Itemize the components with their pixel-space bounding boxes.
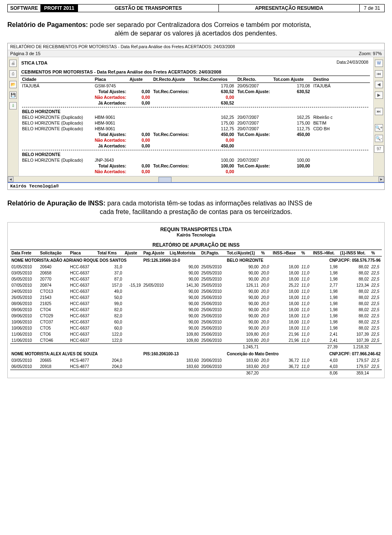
table-row: 06/05/201020918HCS-4877204,0183,6020/06/… xyxy=(10,363,382,370)
report-company: STICA LTDA xyxy=(20,59,48,67)
inss-company: REQUIN TRANSPORTES LTDA xyxy=(10,227,382,232)
table-row: 11/06/2010CTO6HCC-6637122,0109,8025/06/2… xyxy=(10,331,382,337)
doc-header: SOFTWARE PROFIT 2011 GESTÃO DE TRANSPORT… xyxy=(7,4,385,12)
table-row: 26/05/201021543HCC-663750,090,0025/06/20… xyxy=(10,294,382,301)
col-tot-ajuste: Tot.c/Ajuste(1) xyxy=(226,250,260,256)
nao-acertados-row: Não Acertados: 0,00 0,00 xyxy=(20,169,370,174)
col-ajuste: Ajuste xyxy=(123,250,142,256)
report-header-row: Cidade Placa Ajuste Dt.Recto.Ajuste Tot.… xyxy=(20,76,370,83)
section-pagamentos-sub: além de separar os valores já acertados … xyxy=(7,30,385,37)
col-inss-base: INSS->Base xyxy=(272,250,300,256)
col-dt-recto-ajuste: Dt.Recto.Ajuste xyxy=(151,76,192,83)
hdr-gestao: GESTÃO DE TRANSPORTES xyxy=(78,4,219,12)
col-placa: Placa xyxy=(93,76,128,83)
section-pagamentos-title-rest: pode ser separado por Centralizadora dos… xyxy=(88,21,311,28)
col-total-kms: Total Kms xyxy=(96,250,123,256)
right-toolbar: W ⏮ ◀ ▶ ⏭ 🔍+ 🔍- 97 xyxy=(373,57,384,176)
col-pag-ajuste: Pag.Ajuste xyxy=(142,250,169,256)
ja-acertados-row: Já Acertados: 0,00 450,00 xyxy=(20,143,370,149)
section-pagamentos-title-bold: Relatório de Pagamentos: xyxy=(7,21,88,28)
table-row: 11/06/2010CTO46HCC-6637122,0109,8025/06/… xyxy=(10,337,382,344)
hdr-page-number: 7 de 31 xyxy=(360,4,385,12)
section-inss-title-bold: Relatório de Apuração de INSS: xyxy=(7,200,105,207)
report-statusbar: Página 3 de 15 Zoom: 97% xyxy=(8,50,384,57)
nav-last-icon[interactable]: ⏭ xyxy=(375,108,383,115)
inss-header-row: Data Frete Solicitação Placa Total Kms A… xyxy=(10,250,382,256)
col-placa: Placa xyxy=(69,250,96,256)
report-titlebar: RELATÓRIO DE RECEBIMENTOS POR MOTORISTAS… xyxy=(8,43,384,50)
nav-first-icon[interactable]: ⏮ xyxy=(375,70,383,78)
section-inss-sub: cada frete, facilitando a prestação de c… xyxy=(7,208,385,216)
zoom-value-box[interactable]: 97 xyxy=(374,145,384,153)
col-pct2: % xyxy=(300,250,312,256)
totals-row: Total Ajustes: 0,00 Tot.Rec.Correios: 10… xyxy=(20,163,370,169)
export-word-icon[interactable]: W xyxy=(375,60,383,67)
zoom-in-icon[interactable]: 🔍+ xyxy=(375,124,383,132)
col-tot-com-ajuste: Tot.com Ajuste xyxy=(272,76,312,83)
table-row: 05/05/201020770HCC-663787,090,0025/05/20… xyxy=(10,276,382,282)
motorista-group-row: NOME MOTORISTA:ALEX ALVES DE SOUZA PIS:1… xyxy=(10,350,382,357)
report-date: Data:24/03/2008 xyxy=(335,59,370,65)
col-solicitacao: Solicitação xyxy=(39,250,69,256)
group-head-row: BELO HORIZONTE xyxy=(20,109,370,114)
col-tot-rec-correios: Tot.Rec.Correios xyxy=(192,76,236,83)
col-inss-mot: INSS->Mot. xyxy=(312,250,339,256)
table-row: BELO HORIZONTE (Duplicado) HBM-9061 175,… xyxy=(20,120,370,126)
table-row: 10/06/2010CTO5HCC-663760,090,0025/06/201… xyxy=(10,325,382,331)
table-row: 24/05/2010CTO13HCC-663749,090,0025/06/20… xyxy=(10,288,382,294)
col-data-frete: Data Frete xyxy=(10,250,39,256)
export-icon[interactable]: ⇩ xyxy=(9,102,17,109)
col-cidade: Cidade xyxy=(20,76,93,83)
ja-acertados-row: Já Acertados: 0,00 630,52 xyxy=(20,100,370,106)
print-icon[interactable]: 🖨 xyxy=(9,60,17,67)
col-ajuste: Ajuste xyxy=(128,76,151,83)
motorista-group-row: NOME MOTORISTA:ADÃO ADRIANO ROQUE DOS SA… xyxy=(10,256,382,264)
table-row: 01/05/201020640HCC-663731,090,0025/05/20… xyxy=(10,264,382,270)
report-table: Cidade Placa Ajuste Dt.Recto.Ajuste Tot.… xyxy=(20,76,370,174)
col-dt-recto: Dt.Recto. xyxy=(236,76,272,83)
table-row: BELO HORIZONTE (Duplicado) HBM-9061 162,… xyxy=(20,114,370,120)
open-icon[interactable]: 📂 xyxy=(9,81,17,88)
inss-report: REQUIN TRANSPORTES LTDA Kairós Tecnologi… xyxy=(7,222,385,378)
col-liq-motorista: Liq.Motorista xyxy=(169,250,200,256)
scroll-right-icon[interactable]: ► xyxy=(379,176,384,182)
hdr-profit: PROFIT 2011 xyxy=(41,4,78,12)
totals-row: Total Ajustes: 0,00 Tot.Rec.Correios: 63… xyxy=(20,89,370,94)
printer-setup-icon[interactable]: ⎙ xyxy=(9,70,17,78)
table-row: BELO HORIZONTE (Duplicado) JNP-3643 100,… xyxy=(20,157,370,163)
save-icon[interactable]: 💾 xyxy=(9,91,17,99)
report-subheader: CEBIMENTOS POR MOTORISTAS - Data Ref.par… xyxy=(20,67,370,76)
left-toolbar: 🖨 ⎙ 📂 💾 ⇩ xyxy=(8,57,19,176)
table-row: 03/05/201020658HCC-663737,090,0025/05/20… xyxy=(10,270,382,276)
table-row: 09/06/2010CTO4HCC-663782,090,0025/06/201… xyxy=(10,307,382,313)
col-pct1: % xyxy=(260,250,272,256)
inss-table: Data Frete Solicitação Placa Total Kms A… xyxy=(10,250,382,376)
section-inss-title: Relatório de Apuração de INSS: para cada… xyxy=(7,200,385,207)
nav-next-icon[interactable]: ▶ xyxy=(375,91,383,99)
table-row: ITAJUBÁ GSW-9745 170,08 20/05/2007 170,0… xyxy=(20,83,370,89)
zoom-out-icon[interactable]: 🔍- xyxy=(375,135,383,142)
section-pagamentos-title: Relatório de Pagamentos: pode ser separa… xyxy=(7,21,385,29)
inss-kairos: Kairós Tecnologia xyxy=(10,232,382,237)
report-window: RELATÓRIO DE RECEBIMENTOS POR MOTORISTAS… xyxy=(7,43,385,190)
col-pct3: % xyxy=(370,250,382,256)
table-row: 10/06/2010CTO37HCC-663760,090,0025/06/20… xyxy=(10,319,382,325)
horizontal-scrollbar[interactable]: ◄ ► xyxy=(8,176,384,182)
section-inss-title-rest: para cada motorista têm-se todas as info… xyxy=(105,200,312,207)
inss-title: RELATÓRIO DE APURAÇÃO DE INSS xyxy=(10,242,382,248)
nao-acertados-row: Não Acertados: 0,00 0,00 xyxy=(20,94,370,100)
motorista-sum-row: 1.245,71 27,39 1.218,32 xyxy=(10,344,382,350)
table-row: 08/06/201021825HCC-663799,090,0025/06/20… xyxy=(10,301,382,307)
report-footer: Kairós Tecnologia® xyxy=(8,182,384,189)
hdr-apresentacao: APRESENTAÇÃO RESUMIDA xyxy=(219,4,360,12)
report-zoom-label: Zoom: 97% xyxy=(359,51,382,56)
group-head-row: BELO HORIZONTE xyxy=(20,152,370,157)
scroll-thumb[interactable] xyxy=(158,177,172,183)
nao-acertados-row: Não Acertados: 0,00 0,00 xyxy=(20,137,370,143)
table-row: BELO HORIZONTE (Duplicado) HBM-9061 112,… xyxy=(20,126,370,132)
nav-prev-icon[interactable]: ◀ xyxy=(375,81,383,88)
col-destino: Destino xyxy=(312,76,370,83)
scroll-left-icon[interactable]: ◄ xyxy=(8,176,13,182)
table-row: 09/06/2010CTO29HCC-663782,090,0025/06/20… xyxy=(10,313,382,319)
col-dt-pagto: Dt.Pagto. xyxy=(200,250,226,256)
